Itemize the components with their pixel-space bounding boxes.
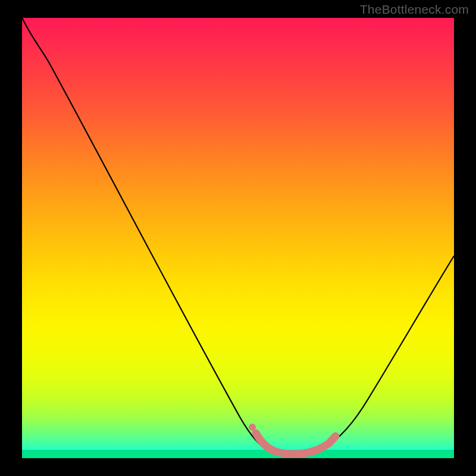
watermark-text: TheBottleneck.com [360, 2, 469, 17]
bottleneck-curve-line [22, 18, 454, 453]
highlight-dot [249, 424, 256, 431]
chart-plot-area [22, 18, 454, 458]
chart-curve-svg [22, 18, 454, 458]
highlight-segment [256, 433, 336, 454]
